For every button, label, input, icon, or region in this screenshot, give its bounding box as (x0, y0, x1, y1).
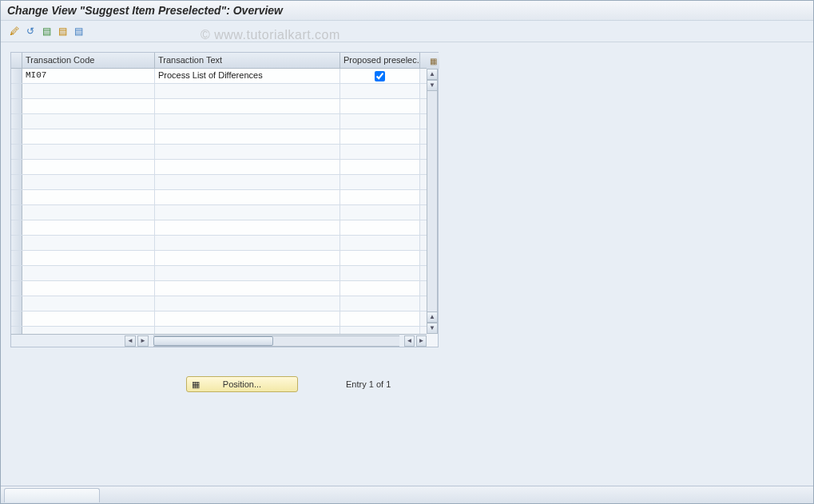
cell-tcode[interactable] (22, 145, 155, 159)
table-row[interactable] (11, 160, 427, 175)
cell-ttext[interactable] (155, 129, 340, 144)
cell-preselect[interactable] (340, 69, 420, 83)
cell-ttext[interactable] (155, 190, 340, 204)
cell-tcode[interactable] (22, 175, 155, 189)
vscroll-down-button[interactable]: ▼ (427, 80, 438, 91)
table-row[interactable] (11, 175, 427, 190)
table-row[interactable]: MI07Process List of Differences (11, 69, 427, 84)
table-row[interactable] (11, 251, 427, 266)
table-row[interactable] (11, 205, 427, 220)
row-selector[interactable] (11, 251, 22, 265)
horizontal-scrollbar[interactable]: ◄ ► ◄ ► (11, 334, 427, 347)
row-selector[interactable] (11, 236, 22, 250)
row-selector[interactable] (11, 99, 22, 113)
position-button[interactable]: ▦ Position... (186, 376, 298, 392)
row-selector[interactable] (11, 281, 22, 296)
table-row[interactable] (11, 312, 427, 327)
cell-preselect[interactable] (340, 175, 420, 189)
cell-preselect[interactable] (340, 266, 420, 280)
vscroll-down-end-button[interactable]: ▼ (427, 323, 438, 334)
cell-tcode[interactable] (22, 205, 155, 220)
row-selector[interactable] (11, 129, 22, 144)
row-selector[interactable] (11, 160, 22, 174)
row-selector[interactable] (11, 175, 22, 189)
cell-ttext[interactable] (155, 205, 340, 220)
cell-tcode[interactable] (22, 220, 155, 235)
toggle-change-mode-button[interactable]: 🖉 (7, 24, 22, 38)
cell-ttext[interactable] (155, 145, 340, 159)
cell-tcode[interactable] (22, 327, 155, 334)
cell-ttext[interactable] (155, 220, 340, 235)
cell-preselect[interactable] (340, 99, 420, 113)
deselect-all-button[interactable]: ▤ (71, 24, 85, 38)
cell-preselect[interactable] (340, 190, 420, 204)
cell-preselect[interactable] (340, 160, 420, 174)
cell-tcode[interactable] (22, 296, 155, 311)
cell-tcode[interactable] (22, 236, 155, 250)
cell-tcode[interactable] (22, 251, 155, 265)
row-selector[interactable] (11, 296, 22, 311)
cell-preselect[interactable] (340, 205, 420, 220)
cell-ttext[interactable] (155, 266, 340, 280)
col-header-preselect[interactable]: Proposed preselec. (340, 53, 420, 68)
cell-ttext[interactable] (155, 296, 340, 311)
cell-preselect[interactable] (340, 220, 420, 235)
row-selector-header[interactable] (11, 53, 22, 68)
hscroll-end-right-button[interactable]: ► (416, 335, 427, 347)
table-row[interactable] (11, 84, 427, 99)
row-selector[interactable] (11, 327, 22, 334)
hscroll-end-left-button[interactable]: ◄ (404, 335, 415, 347)
vscroll-track[interactable] (427, 91, 438, 312)
cell-preselect[interactable] (340, 327, 420, 334)
row-selector[interactable] (11, 312, 22, 326)
cell-tcode[interactable] (22, 266, 155, 280)
cell-ttext[interactable] (155, 236, 340, 250)
cell-ttext[interactable] (155, 114, 340, 129)
table-row[interactable] (11, 327, 427, 334)
table-row[interactable] (11, 114, 427, 129)
cell-preselect[interactable] (340, 281, 420, 296)
cell-ttext[interactable] (155, 99, 340, 113)
cell-preselect[interactable] (340, 236, 420, 250)
cell-tcode[interactable] (22, 129, 155, 144)
cell-tcode[interactable] (22, 160, 155, 174)
cell-preselect[interactable] (340, 84, 420, 98)
cell-preselect[interactable] (340, 312, 420, 326)
row-selector[interactable] (11, 205, 22, 220)
table-row[interactable] (11, 266, 427, 281)
cell-tcode[interactable] (22, 190, 155, 204)
table-row[interactable] (11, 236, 427, 251)
hscroll-right-button[interactable]: ► (137, 335, 149, 347)
cell-preselect[interactable] (340, 129, 420, 144)
cell-tcode[interactable] (22, 99, 155, 113)
cell-ttext[interactable] (155, 251, 340, 265)
cell-tcode[interactable] (22, 84, 155, 98)
preselect-checkbox[interactable] (375, 71, 385, 81)
select-all-button[interactable]: ▤ (39, 24, 54, 38)
col-header-ttext[interactable]: Transaction Text (155, 53, 340, 68)
row-selector[interactable] (11, 190, 22, 204)
row-selector[interactable] (11, 69, 22, 83)
vertical-scrollbar[interactable]: ▦ ▲ ▼ ▲ ▼ (427, 53, 438, 347)
row-selector[interactable] (11, 84, 22, 98)
vscroll-up-end-button[interactable]: ▲ (427, 312, 438, 323)
cell-ttext[interactable] (155, 281, 340, 296)
cell-preselect[interactable] (340, 145, 420, 159)
table-row[interactable] (11, 129, 427, 145)
hscroll-thumb[interactable] (153, 336, 273, 346)
row-selector[interactable] (11, 266, 22, 280)
row-selector[interactable] (11, 220, 22, 235)
cell-preselect[interactable] (340, 251, 420, 265)
cell-ttext[interactable] (155, 175, 340, 189)
table-row[interactable] (11, 99, 427, 114)
cell-ttext[interactable] (155, 327, 340, 334)
table-config-icon[interactable]: ▦ (430, 57, 437, 65)
cell-ttext[interactable]: Process List of Differences (155, 69, 340, 83)
cell-ttext[interactable] (155, 160, 340, 174)
col-header-tcode[interactable]: Transaction Code (22, 53, 155, 68)
row-selector[interactable] (11, 114, 22, 129)
row-selector[interactable] (11, 145, 22, 159)
cell-tcode[interactable] (22, 114, 155, 129)
cell-preselect[interactable] (340, 114, 420, 129)
table-row[interactable] (11, 145, 427, 160)
